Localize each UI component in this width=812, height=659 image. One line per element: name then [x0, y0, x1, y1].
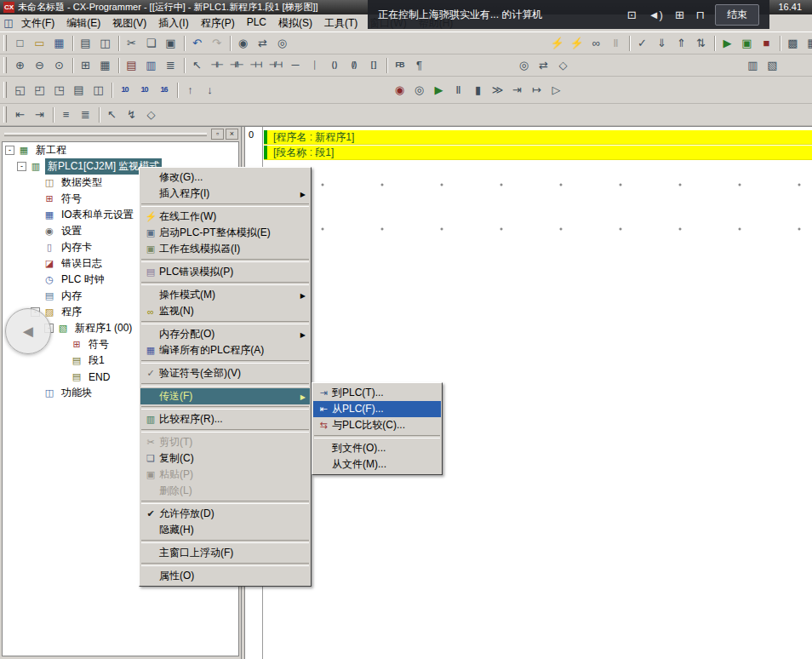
- tree-expander[interactable]: -: [5, 146, 14, 155]
- cut-button[interactable]: ✂: [122, 34, 141, 52]
- menu-validate-symbols-all[interactable]: ✓ 验证符号(全部)(V): [140, 365, 310, 381]
- indent-left-button[interactable]: ⇤: [10, 106, 30, 123]
- menu-modify[interactable]: 修改(G)...: [140, 169, 310, 186]
- force-status-button[interactable]: ▧: [763, 56, 782, 74]
- menu-tools[interactable]: 工具(T): [318, 14, 363, 33]
- save-file-button[interactable]: ▦: [49, 34, 69, 52]
- select-tool-button[interactable]: ↖: [187, 56, 207, 74]
- tile-windows-button[interactable]: ▦: [803, 34, 812, 52]
- horizontal-line-button[interactable]: —: [285, 56, 305, 74]
- undo-button[interactable]: ↶: [187, 34, 207, 52]
- replace-button[interactable]: ⇄: [253, 34, 272, 52]
- menu-properties[interactable]: 属性(O): [140, 568, 310, 584]
- address-reference-tool-button[interactable]: ◇: [553, 56, 573, 74]
- menu-insert[interactable]: 插入(I): [152, 14, 194, 33]
- stop-debug-button[interactable]: ▮: [468, 81, 488, 99]
- copy-button[interactable]: ❏: [141, 34, 161, 52]
- program-mode-button[interactable]: ■: [757, 34, 776, 52]
- menu-plc[interactable]: PLC: [241, 14, 272, 33]
- find-address-button[interactable]: ◎: [514, 56, 534, 74]
- menu-edit[interactable]: 编辑(E): [60, 14, 106, 33]
- fullscreen-button[interactable]: ⊡: [627, 9, 637, 21]
- overview-button[interactable]: ▦: [95, 56, 115, 74]
- step-run-button[interactable]: ≫: [488, 81, 507, 99]
- rung-comment-button[interactable]: ≡: [56, 106, 76, 123]
- toolbar-grip[interactable]: [3, 35, 7, 51]
- new-open-contact-button[interactable]: ⊣⊢: [207, 56, 226, 74]
- transfer-from-plc-button[interactable]: ⇑: [672, 34, 691, 52]
- show-grid-button[interactable]: ⊞: [76, 56, 95, 74]
- end-session-button[interactable]: 结束: [715, 4, 759, 26]
- collapse-panel-overlay-button[interactable]: ◄: [5, 308, 51, 354]
- zoom-out-button[interactable]: ⊖: [30, 56, 49, 74]
- split-window-button[interactable]: ◰: [30, 81, 49, 99]
- tree-expander[interactable]: -: [17, 162, 26, 171]
- menu-simulation[interactable]: 模拟(S): [272, 14, 318, 33]
- smart-input-button[interactable]: ◇: [141, 106, 161, 123]
- plus-button[interactable]: ⊞: [675, 9, 684, 21]
- ladder-row-section-name[interactable]: [段名称 : 段1]: [264, 146, 812, 160]
- mdi-child-icon[interactable]: ◫: [2, 17, 15, 29]
- toolbar-grip[interactable]: [3, 82, 7, 98]
- zoom-fit-button[interactable]: ⊙: [49, 56, 69, 74]
- pause-debug-button[interactable]: Ⅱ: [449, 81, 468, 99]
- step-into-button[interactable]: ⇥: [507, 81, 527, 99]
- transfer-to-plc-button[interactable]: ⇓: [652, 34, 672, 52]
- output-window-button[interactable]: ▤: [69, 81, 89, 99]
- io-comment-button[interactable]: ¶: [409, 56, 429, 74]
- print-button[interactable]: ▤: [76, 34, 95, 52]
- select-mode-button[interactable]: ↖: [102, 106, 122, 123]
- menu-compare-program[interactable]: ▥ 比较程序(R)...: [140, 411, 310, 427]
- program-check-button[interactable]: ✓: [632, 34, 652, 52]
- find-next-button[interactable]: ◎: [272, 34, 292, 52]
- zoom-in-button[interactable]: ⊕: [10, 56, 30, 74]
- menu-monitor[interactable]: ∞ 监视(N): [140, 303, 310, 319]
- auto-online-button[interactable]: ⚡: [567, 34, 586, 52]
- monitor-mode-button[interactable]: ▣: [737, 34, 757, 52]
- new-file-button[interactable]: □: [10, 34, 30, 52]
- symbol-table-button[interactable]: ▤: [122, 56, 141, 74]
- submenu-to-file[interactable]: 到文件(O)...: [313, 440, 441, 456]
- volume-button[interactable]: ◄): [649, 9, 663, 21]
- submenu-compare-with-plc[interactable]: ⇆ 与PLC比较(C)...: [313, 417, 441, 433]
- new-or-closed-contact-button[interactable]: ⊣/⊣: [266, 56, 285, 74]
- new-window-button[interactable]: ◱: [10, 81, 30, 99]
- size-10-alt-button[interactable]: 10: [134, 81, 154, 99]
- previous-reference-button[interactable]: ↑: [180, 81, 200, 99]
- arrange-windows-button[interactable]: ◳: [49, 81, 69, 99]
- toolbar-grip[interactable]: [3, 57, 7, 73]
- share-button[interactable]: ⊓: [696, 9, 705, 21]
- cascade-windows-button[interactable]: ▩: [783, 34, 803, 52]
- watch-values-button[interactable]: ▥: [743, 56, 763, 74]
- menu-compile-all-plc-programs[interactable]: ▦ 编译所有的PLC程序(A): [140, 342, 310, 358]
- menu-allow-docking[interactable]: ✔ 允许停放(D): [140, 506, 310, 522]
- local-symbols-button[interactable]: ▥: [141, 56, 161, 74]
- menu-view[interactable]: 视图(V): [106, 14, 152, 33]
- menu-transfer[interactable]: 传送(F): [140, 388, 310, 404]
- menu-plc-error-simulation[interactable]: ▤ PLC错误模拟(P): [140, 264, 310, 280]
- paste-button[interactable]: ▣: [161, 34, 180, 52]
- connect-mode-button[interactable]: ↯: [122, 106, 141, 123]
- submenu-from-plc[interactable]: ⇤ 从PLC(F)...: [313, 401, 441, 417]
- menu-insert-program[interactable]: 插入程序(I): [140, 186, 310, 202]
- menu-memory-allocation[interactable]: 内存分配(O): [140, 326, 310, 342]
- rung-annotation-button[interactable]: ≣: [76, 106, 95, 123]
- tree-item-new-project[interactable]: - ▦ 新工程: [3, 142, 238, 158]
- new-or-contact-button[interactable]: ⊣⊣: [246, 56, 266, 74]
- menu-start-plc-pt-simulation[interactable]: ▣ 启动PLC-PT整体模拟(E): [140, 225, 310, 241]
- next-reference-button[interactable]: ↓: [200, 81, 220, 99]
- vertical-line-button[interactable]: │: [305, 56, 324, 74]
- new-coil-button[interactable]: ( ): [324, 56, 344, 74]
- panel-drag-grip[interactable]: [4, 133, 207, 136]
- menu-file[interactable]: 文件(F): [15, 14, 60, 33]
- toolbar-grip[interactable]: [3, 106, 7, 123]
- ladder-row-program-name[interactable]: [程序名 : 新程序1]: [264, 130, 812, 145]
- panel-dock-button[interactable]: ▫: [211, 129, 224, 140]
- menu-operating-mode[interactable]: 操作模式(M): [140, 287, 310, 303]
- continuous-step-button[interactable]: ↦: [527, 81, 546, 99]
- cross-reference-button[interactable]: ⇄: [534, 56, 553, 74]
- mnemonics-view-button[interactable]: ≣: [161, 56, 180, 74]
- set-breakpoint-button[interactable]: ◉: [390, 81, 409, 99]
- open-file-button[interactable]: ▭: [30, 34, 49, 52]
- new-closed-contact-button[interactable]: ⊣/⊢: [226, 56, 246, 74]
